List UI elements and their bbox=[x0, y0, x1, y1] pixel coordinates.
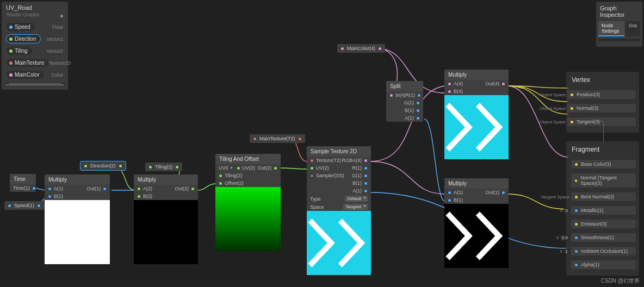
blackboard-panel: UV_Road Shader Graphs + SpeedFloatDirect… bbox=[2, 2, 68, 90]
tab-graph-settings[interactable]: Gra bbox=[626, 21, 640, 36]
watermark: CSDN @幻世界 bbox=[601, 277, 640, 285]
property-maincolor[interactable]: MainColor(4) bbox=[337, 44, 385, 53]
preview bbox=[307, 211, 371, 275]
node-multiply-4[interactable]: Multiply A(1)Out(1) B(1) bbox=[444, 178, 509, 268]
node-time[interactable]: Time Time(1) bbox=[10, 174, 36, 192]
property-speed[interactable]: Speed(1) bbox=[4, 201, 44, 210]
node-split[interactable]: Split In(4)R(1) G(1) B(1) A(1) bbox=[386, 81, 423, 122]
add-property-button[interactable]: + bbox=[60, 13, 64, 20]
fragment-slot[interactable]: Normal (Tangent Space)(3) bbox=[571, 173, 636, 188]
inspector-title: Graph Inspector bbox=[596, 4, 642, 21]
vertex-slot[interactable]: Normal(3) bbox=[567, 104, 636, 113]
graph-inspector: Graph Inspector Node Settings Gra bbox=[596, 2, 642, 47]
sample-space-dropdown[interactable]: Tangent bbox=[343, 204, 368, 210]
property-direction[interactable]: Direction(2) bbox=[81, 161, 126, 170]
blackboard-item[interactable]: TilingVector2 bbox=[3, 45, 66, 57]
blackboard-item[interactable]: SpeedFloat bbox=[3, 21, 66, 33]
node-multiply-3[interactable]: Multiply A(4)Out(4) B(4) bbox=[444, 70, 509, 159]
node-multiply-2[interactable]: Multiply A(2)Out(2) B(2) bbox=[134, 174, 198, 264]
blackboard-item[interactable]: MainTextureTexture2D bbox=[3, 57, 66, 68]
node-multiply-1[interactable]: Multiply A(1)Out(1) B(1) bbox=[45, 174, 110, 264]
preview bbox=[444, 204, 509, 268]
sample-type-dropdown[interactable]: Default bbox=[345, 196, 368, 202]
preview bbox=[444, 95, 509, 159]
preview bbox=[215, 187, 281, 251]
fragment-slot[interactable]: Ambient Occlusion(1) bbox=[571, 247, 636, 255]
fragment-slot[interactable]: Alpha(1) bbox=[571, 260, 636, 269]
blackboard-item[interactable]: MainColorColor bbox=[3, 69, 66, 80]
blackboard-item[interactable]: DirectionVector2 bbox=[3, 33, 66, 45]
property-tiling[interactable]: Tiling(2) bbox=[145, 163, 182, 171]
fragment-slot[interactable]: Emission(3) bbox=[571, 220, 636, 228]
vertex-slot[interactable]: Position(3) bbox=[567, 90, 636, 99]
fragment-slot[interactable]: Smoothness(1) bbox=[571, 233, 636, 242]
node-tiling-and-offset[interactable]: Tiling And Offset UV0▾ UV(2)Out(2) Tilin… bbox=[215, 154, 281, 251]
fragment-slot[interactable]: Base Color(3) bbox=[571, 160, 636, 169]
blackboard-subtitle: Shader Graphs bbox=[2, 12, 68, 21]
fragment-slot[interactable]: Bent Normal(3) bbox=[571, 192, 636, 201]
blackboard-title: UV_Road bbox=[2, 2, 68, 12]
inspector-scrollbar[interactable] bbox=[598, 39, 640, 41]
property-maintexture[interactable]: MainTexture(T2) bbox=[250, 134, 305, 143]
fragment-slot[interactable]: Metallic(1) bbox=[571, 206, 636, 215]
tab-node-settings[interactable]: Node Settings bbox=[598, 21, 624, 36]
preview bbox=[134, 200, 198, 264]
blackboard-scrollbar[interactable]: ◂▸ bbox=[5, 83, 65, 86]
preview bbox=[45, 200, 110, 264]
fragment-stack[interactable]: Fragment Base Color(3)Normal (Tangent Sp… bbox=[566, 141, 639, 276]
node-sample-texture-2d[interactable]: Sample Texture 2D Texture(T2)RGBA(4) UV(… bbox=[307, 146, 371, 275]
